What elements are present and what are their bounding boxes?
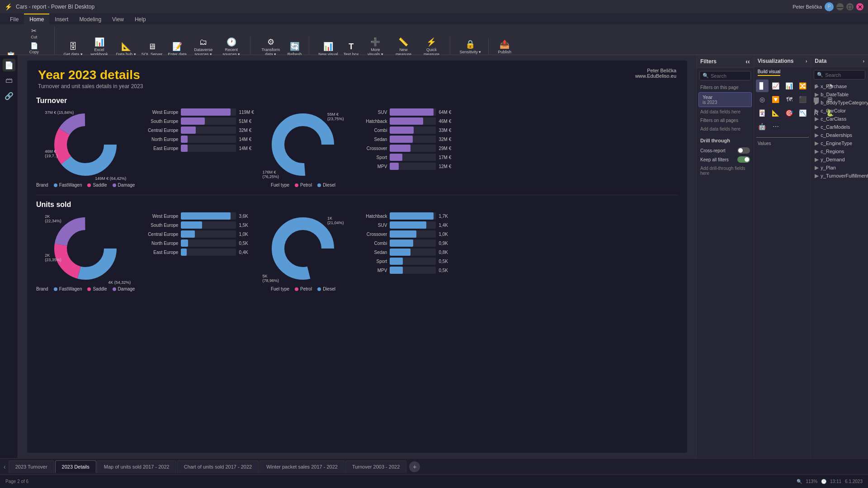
cross-report-toggle[interactable] [737, 147, 750, 154]
app-icon: ⚡ [5, 3, 12, 10]
filters-collapse-icon[interactable]: ‹‹ [745, 58, 750, 65]
data-item-carmodels[interactable]: ▶c_CarModels [811, 123, 868, 131]
data-item-regions[interactable]: ▶c_Regions [811, 147, 868, 155]
viz-gauge[interactable]: 🎯 [783, 107, 796, 119]
add-data-fields-all-pages[interactable]: Add data fields here [697, 125, 754, 133]
viz-title: Visualizations [758, 58, 794, 64]
viz-funnel[interactable]: 🔽 [769, 93, 782, 106]
publish-button[interactable]: 📤Publish [496, 38, 513, 56]
filter-year[interactable]: Year is 2023 [698, 92, 752, 107]
bar-fill [181, 249, 186, 256]
data-item-bodytypecategory[interactable]: ▶b_BodyTypeCategory [811, 99, 868, 107]
tab-turnover-2003[interactable]: Turnover 2003 - 2022 [345, 460, 406, 473]
sensitivity-button[interactable]: 🔒Sensitivity ▾ [458, 38, 483, 56]
add-tab-button[interactable]: + [409, 461, 420, 472]
tab-file[interactable]: File [5, 14, 24, 24]
data-item-carcolor[interactable]: ▶c_CarColor [811, 107, 868, 115]
tab-2023-details[interactable]: 2023 Details [55, 460, 96, 473]
keep-all-filters-toggle[interactable] [737, 156, 750, 163]
data-title: Data [815, 58, 826, 64]
page-subtitle: Turnover and unit sales details in year … [38, 83, 676, 89]
tab-help[interactable]: Help [129, 14, 151, 24]
viz-card[interactable]: 🃏 [756, 107, 769, 119]
viz-ai[interactable]: 🤖 [756, 120, 769, 133]
units-diesel-legend: Diesel [317, 286, 335, 291]
author-website: www.EduBeliso.eu [635, 73, 676, 79]
minimize-button[interactable]: — [836, 3, 844, 10]
close-button[interactable]: ✕ [856, 3, 863, 10]
build-visual-tab[interactable]: Build visual [758, 69, 781, 76]
viz-line-chart[interactable]: 📈 [769, 80, 782, 92]
turnover-section-title: Turnover [36, 97, 678, 105]
model-view-icon[interactable]: 🔗 [3, 89, 15, 102]
tab-insert[interactable]: Insert [49, 14, 74, 24]
new-measure-button[interactable]: 📏New measure [390, 36, 416, 58]
add-data-fields-this-page[interactable]: Add data fields here [697, 108, 754, 116]
bar-track [390, 154, 436, 161]
data-item-purchase[interactable]: ▶x_Purchase [811, 82, 868, 90]
bar-fill [390, 154, 402, 161]
viz-more[interactable]: ⋯ [769, 120, 782, 133]
data-item-dealerships[interactable]: ▶c_Dealerships [811, 131, 868, 139]
data-item-demand[interactable]: ▶y_Demand [811, 155, 868, 164]
nav-prev-icon[interactable]: ‹ [4, 463, 6, 470]
bar-row-south-europe: South Europe 51M € [142, 117, 255, 125]
tab-home[interactable]: Home [24, 14, 49, 24]
user-name: Peter Belička [793, 4, 822, 9]
excel-icon: 📊 [94, 37, 104, 47]
legend-saddle: Saddle [87, 183, 107, 188]
viz-combo-chart[interactable]: 🔀 [797, 80, 809, 92]
tab-chart-units[interactable]: Chart of units sold 2017 - 2022 [177, 460, 259, 473]
tab-modeling[interactable]: Modeling [74, 14, 107, 24]
viz-waterfall[interactable]: 📉 [797, 107, 809, 119]
bar-track [390, 221, 436, 229]
viz-kpi[interactable]: 📐 [769, 107, 782, 119]
data-search-input[interactable] [825, 72, 868, 78]
data-item-enginetype[interactable]: ▶c_EngineType [811, 139, 868, 147]
data-view-icon[interactable]: 🗃 [3, 74, 15, 87]
search-icon: 🔍 [703, 73, 709, 79]
bar-fill [181, 221, 202, 229]
bar-track [390, 212, 436, 220]
brand-legend-label: Brand [36, 183, 48, 188]
units-sold-section: Units sold 2K(22,34%) 2K(23,35 [27, 197, 687, 295]
cut-button[interactable]: ✂Cut [19, 26, 49, 40]
data-item-turnoverfulfillment[interactable]: ▶y_TurnoverFulfillment [811, 172, 868, 180]
recent-sources-button[interactable]: 🕐Recent sources ▾ [218, 36, 245, 58]
saddle-dot [87, 183, 91, 187]
copy-button[interactable]: 📄Copy [19, 41, 49, 55]
bar-fill [390, 230, 416, 238]
transform-button[interactable]: ⚙Transform data ▾ [258, 36, 284, 58]
add-drillthrough-fields[interactable]: Add drill-through fields here [697, 164, 754, 178]
excel-button[interactable]: 📊Excel workbook [86, 36, 113, 58]
report-view-icon[interactable]: 📄 [3, 59, 15, 71]
tab-view[interactable]: View [107, 14, 129, 24]
data-item-plan[interactable]: ▶y_Plan [811, 164, 868, 172]
data-expand-icon[interactable]: › [863, 59, 864, 64]
viz-map[interactable]: 🗺 [783, 93, 796, 106]
zoom-slider-icon[interactable]: 🔍 [797, 479, 802, 484]
viz-donut[interactable]: ◎ [756, 93, 769, 106]
dataverse-button[interactable]: 🗂Dataverse sources ▾ [190, 37, 217, 58]
title-bar-right: Peter Belička P — □ ✕ [793, 2, 863, 11]
viz-area-chart[interactable]: 📊 [783, 80, 796, 92]
bar-fill [181, 230, 195, 238]
data-item-datetable[interactable]: ▶b_DateTable [811, 90, 868, 99]
page-info: Page 2 of 6 [5, 479, 28, 484]
bar-fill [390, 145, 410, 152]
viz-tree-map[interactable]: ⬛ [797, 93, 809, 106]
legend-diesel: Diesel [317, 183, 335, 188]
viz-bar-chart[interactable]: ▊ [756, 80, 769, 92]
brand-legend: Brand FastWagen Saddle Dam [36, 183, 135, 188]
filter-year-value: is 2023 [703, 100, 748, 105]
more-visuals-button[interactable]: ➕More visuals ▾ [362, 36, 388, 58]
tab-2023-turnover[interactable]: 2023 Turnover [9, 460, 54, 473]
bar-mpv: MPV 12M € [351, 163, 455, 170]
maximize-button[interactable]: □ [846, 3, 854, 10]
tab-winter-packet[interactable]: Winter packet sales 2017 - 2022 [259, 460, 344, 473]
data-item-carclass[interactable]: ▶c_CarClass [811, 115, 868, 123]
viz-expand-icon[interactable]: › [806, 59, 807, 64]
tab-map-units[interactable]: Map of units sold 2017 - 2022 [97, 460, 176, 473]
quick-measure-button[interactable]: ⚡Quick measure [418, 36, 444, 58]
publish-icon: 📤 [500, 39, 509, 49]
